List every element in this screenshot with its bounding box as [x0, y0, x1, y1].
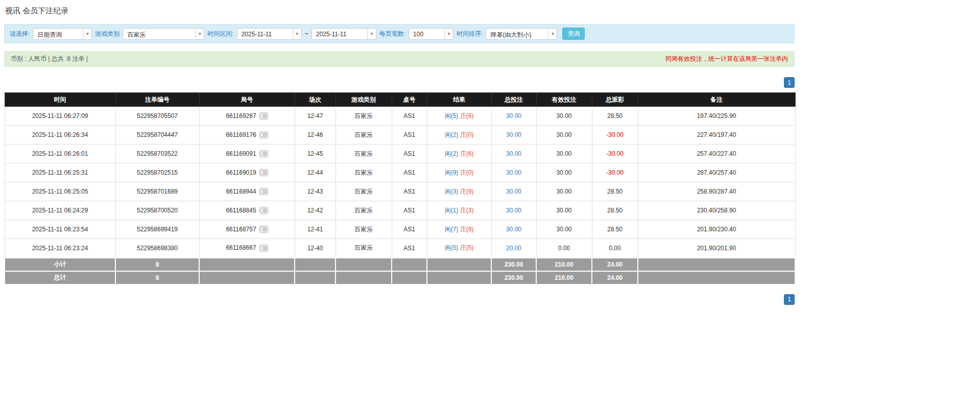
- total-bet-link[interactable]: 20.00: [506, 245, 521, 252]
- result-player: 闲(3): [445, 188, 459, 195]
- cell-bet-id: 522958704447: [115, 126, 199, 145]
- table-foot: 小计8230.00210.0024.00总计8230.00210.0024.00: [5, 258, 795, 284]
- search-button[interactable]: 查询: [562, 28, 585, 40]
- cell-note: 287.40/257.40: [638, 163, 795, 182]
- table-row: 2025-11-11 06:24:29522958700520661168845…: [5, 201, 795, 220]
- chevron-down-icon[interactable]: ▼: [293, 29, 301, 39]
- column-header: 时间: [5, 93, 115, 107]
- round-id: 661168845: [226, 207, 256, 214]
- summary-cell-empty: [392, 258, 427, 271]
- result-banker: 庄(6): [460, 112, 474, 120]
- cell-bet-id: 522958699419: [115, 220, 199, 239]
- total-bet-link[interactable]: 30.00: [506, 226, 521, 233]
- cell-bet-id: 522958701689: [115, 182, 199, 201]
- round-result-icon[interactable]: [259, 188, 268, 195]
- summary-cell: 总计: [5, 271, 115, 284]
- query-type-select[interactable]: 日期查询 ▼: [33, 28, 92, 40]
- cell-time: 2025-11-11 06:24:29: [5, 201, 115, 220]
- page-button-1[interactable]: 1: [784, 77, 795, 88]
- total-bet-link[interactable]: 30.00: [506, 112, 521, 120]
- round-result-icon[interactable]: [259, 207, 268, 214]
- date-from-select[interactable]: 2025-11-11 ▼: [237, 28, 302, 40]
- cell-bet-id: 522958698380: [115, 239, 199, 258]
- result-banker: 庄(5): [460, 244, 474, 251]
- table-row: 2025-11-11 06:25:05522958701689661168944…: [5, 182, 795, 201]
- currency-summary-text: 币别 : 人民币 | 总共 :8 注单 |: [11, 55, 88, 63]
- round-result-icon[interactable]: [259, 150, 268, 157]
- cell-payout: 28.50: [592, 107, 638, 126]
- table-row: 2025-11-11 06:27:09522958705507661169267…: [5, 107, 795, 126]
- round-result-icon[interactable]: [259, 244, 268, 251]
- chevron-down-icon[interactable]: ▼: [83, 29, 91, 39]
- table-header-row: 时间注单编号局号场次游戏类别桌号结果总投注有效投注总派彩备注: [5, 93, 795, 107]
- column-header: 局号: [199, 93, 295, 107]
- cell-time: 2025-11-11 06:23:54: [5, 220, 115, 239]
- cell-table-no: AS1: [392, 163, 427, 182]
- summary-cell-empty: [638, 258, 795, 271]
- cell-note: 201.90/201.90: [638, 239, 795, 258]
- page-button-1[interactable]: 1: [784, 294, 795, 305]
- cell-note: 257.40/227.40: [638, 145, 795, 163]
- cell-round: 661169176: [199, 126, 295, 145]
- round-result-icon[interactable]: [259, 169, 268, 176]
- cell-payout: 28.50: [592, 182, 638, 201]
- cell-round: 661168944: [199, 182, 295, 201]
- cell-table-no: AS1: [392, 201, 427, 220]
- total-bet-link[interactable]: 30.00: [506, 207, 521, 214]
- summary-cell-empty: [638, 271, 795, 284]
- page-size-label: 每页笔数:: [379, 30, 405, 38]
- cell-table-no: AS1: [392, 145, 427, 163]
- cell-session: 12-43: [295, 182, 336, 201]
- total-bet-link[interactable]: 30.00: [506, 150, 521, 157]
- cell-round: 661169019: [199, 163, 295, 182]
- round-result-icon[interactable]: [259, 112, 268, 120]
- cell-round: 661168845: [199, 201, 295, 220]
- cell-game-type: 百家乐: [336, 163, 392, 182]
- summary-cell: 210.00: [536, 258, 592, 271]
- cell-total-bet: 30.00: [491, 182, 536, 201]
- sort-order-label: 时间排序:: [457, 30, 483, 38]
- result-player: 闲(9): [445, 169, 459, 176]
- total-row: 总计8230.00210.0024.00: [5, 271, 795, 284]
- game-type-select[interactable]: 百家乐 ▼: [123, 28, 204, 40]
- chevron-down-icon[interactable]: ▼: [444, 29, 453, 39]
- round-id: 661168757: [226, 226, 256, 233]
- chevron-down-icon[interactable]: ▼: [195, 29, 204, 39]
- page-size-select[interactable]: 100 ▼: [409, 28, 453, 40]
- cell-game-type: 百家乐: [336, 107, 392, 126]
- date-to-select[interactable]: 2025-11-11 ▼: [312, 28, 376, 40]
- cell-payout: 0.00: [592, 239, 638, 258]
- cell-round: 661168757: [199, 220, 295, 239]
- date-from-value: 2025-11-11: [237, 29, 293, 39]
- sort-order-select[interactable]: 降幂(由大到小) ▼: [486, 28, 557, 40]
- cell-total-bet: 20.00: [491, 239, 536, 258]
- column-header: 结果: [427, 93, 491, 107]
- cell-session: 12-47: [295, 107, 336, 126]
- chevron-down-icon[interactable]: ▼: [367, 29, 376, 39]
- cell-round: 661168667: [199, 239, 295, 258]
- round-result-icon[interactable]: [259, 226, 268, 233]
- cell-time: 2025-11-11 06:25:05: [5, 182, 115, 201]
- round-result-icon[interactable]: [259, 131, 268, 138]
- total-bet-link[interactable]: 30.00: [506, 131, 521, 138]
- cell-session: 12-41: [295, 220, 336, 239]
- game-type-label: 游戏类别: [95, 30, 119, 38]
- page-title: 视讯 会员下注纪录: [5, 6, 795, 16]
- sort-order-value: 降幂(由大到小): [486, 29, 548, 39]
- cell-valid-bet: 30.00: [536, 145, 592, 163]
- summary-cell-empty: [427, 258, 491, 271]
- cell-result: 闲(2) 庄(0): [427, 126, 491, 145]
- cell-note: 230.40/258.90: [638, 201, 795, 220]
- total-bet-link[interactable]: 30.00: [506, 169, 521, 176]
- pagination-bottom: 1: [4, 294, 795, 305]
- total-bet-link[interactable]: 30.00: [506, 188, 521, 195]
- page-container: 视讯 会员下注纪录 请选择: 日期查询 ▼ 游戏类别 百家乐 ▼ 时间区间: 2…: [4, 6, 795, 305]
- cell-round: 661169267: [199, 107, 295, 126]
- cell-game-type: 百家乐: [336, 126, 392, 145]
- cell-table-no: AS1: [392, 107, 427, 126]
- chevron-down-icon[interactable]: ▼: [548, 29, 557, 39]
- column-header: 总投注: [491, 93, 536, 107]
- cell-bet-id: 522958705507: [115, 107, 199, 126]
- cell-total-bet: 30.00: [491, 126, 536, 145]
- result-player: 闲(1): [445, 207, 459, 214]
